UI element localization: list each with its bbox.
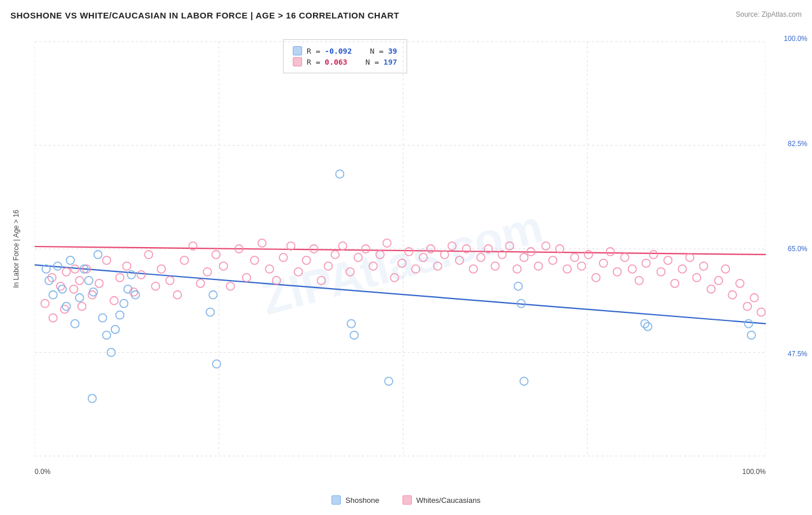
svg-point-125 bbox=[71, 320, 79, 328]
svg-point-147 bbox=[514, 282, 522, 290]
svg-point-82 bbox=[549, 256, 557, 264]
shoshone-legend-box bbox=[331, 495, 341, 505]
svg-point-77 bbox=[513, 265, 521, 273]
svg-point-20 bbox=[95, 279, 103, 288]
bottom-legend-shoshone: Shoshone bbox=[331, 495, 379, 505]
svg-point-27 bbox=[144, 251, 152, 259]
y-tick-47: 47.5% bbox=[788, 350, 807, 358]
svg-point-92 bbox=[621, 253, 629, 262]
svg-point-40 bbox=[243, 274, 251, 282]
svg-point-42 bbox=[258, 239, 266, 247]
svg-point-146 bbox=[385, 377, 393, 385]
bottom-legend-whites: Whites/Caucasians bbox=[403, 495, 481, 505]
svg-point-153 bbox=[747, 331, 755, 339]
svg-point-105 bbox=[714, 277, 722, 285]
svg-point-108 bbox=[736, 279, 744, 288]
svg-point-102 bbox=[692, 274, 701, 282]
svg-point-35 bbox=[203, 268, 211, 276]
svg-point-24 bbox=[123, 262, 131, 270]
source-label: Source: ZipAtlas.com bbox=[736, 10, 802, 18]
svg-point-123 bbox=[62, 303, 70, 311]
svg-point-138 bbox=[127, 271, 135, 279]
svg-point-142 bbox=[209, 291, 217, 299]
whites-legend-box bbox=[403, 495, 412, 505]
svg-point-120 bbox=[49, 291, 57, 299]
svg-point-17 bbox=[76, 277, 84, 285]
chart-title: SHOSHONE VS WHITE/CAUCASIAN IN LABOR FOR… bbox=[10, 10, 399, 20]
svg-point-98 bbox=[664, 256, 672, 264]
svg-point-106 bbox=[721, 265, 729, 273]
x-tick-100: 100.0% bbox=[742, 468, 766, 476]
svg-point-45 bbox=[280, 253, 288, 262]
svg-point-91 bbox=[613, 268, 621, 276]
svg-point-85 bbox=[571, 253, 579, 262]
svg-point-111 bbox=[757, 308, 765, 316]
svg-point-152 bbox=[744, 320, 753, 328]
svg-point-99 bbox=[671, 279, 679, 288]
svg-point-110 bbox=[750, 294, 758, 302]
svg-point-30 bbox=[166, 277, 174, 285]
svg-point-136 bbox=[120, 300, 128, 308]
main-chart: ZIPAtlas.com bbox=[35, 35, 766, 463]
svg-point-80 bbox=[534, 262, 542, 270]
svg-point-14 bbox=[57, 282, 65, 290]
svg-text:ZIPAtlas.com: ZIPAtlas.com bbox=[256, 200, 548, 324]
svg-point-135 bbox=[116, 311, 124, 319]
y-tick-100: 100.0% bbox=[784, 35, 807, 43]
svg-point-34 bbox=[196, 279, 204, 288]
svg-point-32 bbox=[180, 256, 188, 264]
svg-point-86 bbox=[578, 262, 586, 270]
svg-point-90 bbox=[606, 248, 614, 256]
svg-point-23 bbox=[116, 274, 124, 282]
svg-point-89 bbox=[599, 259, 608, 267]
svg-point-114 bbox=[61, 305, 69, 314]
svg-point-16 bbox=[70, 285, 78, 293]
whites-legend-label: Whites/Caucasians bbox=[416, 496, 481, 505]
svg-point-141 bbox=[206, 308, 214, 316]
svg-point-139 bbox=[131, 291, 139, 299]
bottom-legend: Shoshone Whites/Caucasians bbox=[0, 495, 812, 505]
svg-point-37 bbox=[219, 262, 228, 270]
svg-point-22 bbox=[110, 297, 118, 305]
y-tick-82: 82.5% bbox=[788, 140, 807, 148]
svg-point-97 bbox=[657, 268, 665, 276]
svg-point-101 bbox=[686, 253, 694, 262]
svg-point-94 bbox=[635, 277, 643, 285]
svg-point-87 bbox=[584, 251, 593, 259]
svg-point-21 bbox=[103, 256, 111, 264]
x-tick-0: 0.0% bbox=[35, 468, 50, 476]
svg-point-95 bbox=[642, 259, 650, 267]
svg-point-103 bbox=[699, 262, 707, 270]
svg-point-93 bbox=[628, 265, 636, 273]
svg-point-126 bbox=[76, 294, 84, 302]
svg-point-131 bbox=[99, 314, 107, 322]
svg-point-107 bbox=[728, 291, 736, 299]
svg-point-88 bbox=[592, 274, 600, 282]
svg-point-96 bbox=[650, 251, 658, 259]
chart-container: SHOSHONE VS WHITE/CAUCASIAN IN LABOR FOR… bbox=[0, 0, 812, 515]
x-axis-ticks: 0.0% 100.0% bbox=[35, 468, 766, 476]
svg-point-31 bbox=[173, 291, 181, 299]
svg-point-53 bbox=[338, 242, 347, 250]
svg-point-26 bbox=[137, 271, 145, 279]
svg-point-104 bbox=[707, 285, 715, 293]
svg-point-100 bbox=[678, 265, 686, 273]
svg-point-130 bbox=[94, 251, 102, 259]
svg-point-132 bbox=[103, 331, 111, 339]
svg-point-140 bbox=[88, 394, 96, 402]
svg-point-145 bbox=[350, 331, 358, 339]
svg-point-113 bbox=[49, 314, 57, 322]
svg-point-128 bbox=[85, 277, 93, 285]
svg-point-149 bbox=[520, 377, 528, 385]
svg-point-84 bbox=[563, 265, 571, 273]
svg-point-28 bbox=[151, 282, 159, 290]
svg-point-134 bbox=[111, 326, 120, 334]
svg-point-15 bbox=[62, 268, 70, 276]
svg-point-112 bbox=[41, 300, 49, 308]
y-tick-65: 65.0% bbox=[788, 245, 807, 253]
y-axis-ticks: 100.0% 82.5% 65.0% 47.5% 0% bbox=[784, 35, 807, 463]
svg-point-109 bbox=[743, 303, 751, 311]
svg-point-41 bbox=[251, 256, 259, 264]
svg-point-117 bbox=[336, 170, 344, 178]
svg-point-144 bbox=[347, 320, 355, 328]
